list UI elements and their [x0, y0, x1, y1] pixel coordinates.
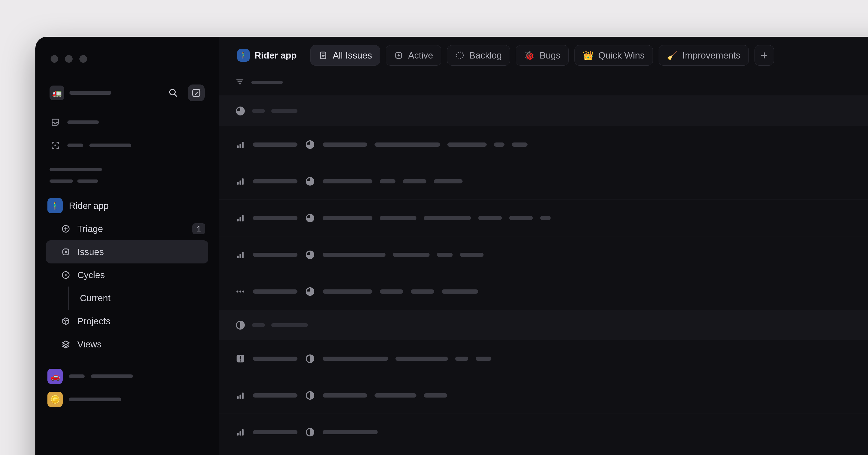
issue-tag-placeholder [424, 393, 447, 398]
issue-id-placeholder [253, 393, 298, 398]
issue-row[interactable] [219, 377, 868, 414]
issues-icon [61, 247, 71, 257]
workspace-icon: 🚛 [50, 86, 64, 100]
tab-bugs-label: Bugs [539, 50, 561, 61]
sidebar-myissues[interactable] [46, 134, 208, 157]
sidebar-item-issues[interactable]: Issues [46, 240, 208, 263]
sidebar-inbox[interactable] [46, 111, 208, 134]
status-todo-icon [235, 320, 246, 330]
tab-all-issues[interactable]: All Issues [310, 45, 380, 65]
group-header-2[interactable] [219, 310, 868, 340]
team-icon: 🚶‍♂️ [48, 198, 63, 213]
tab-add-view[interactable] [754, 45, 774, 65]
issue-tag-placeholder [437, 253, 453, 257]
priority-high-icon [235, 390, 246, 401]
issue-title-placeholder [322, 289, 372, 294]
issue-row[interactable] [219, 414, 868, 451]
sidebar-cycles-label: Cycles [77, 270, 105, 280]
issue-id-placeholder [253, 179, 298, 183]
issue-title-placeholder [322, 142, 367, 147]
team-rider-app[interactable]: 🚶‍♂️ Rider app [46, 194, 208, 217]
filter-bar [219, 73, 868, 96]
status-icon [305, 213, 315, 223]
priority-high-icon [235, 176, 246, 187]
tab-backlog[interactable]: Backlog [447, 45, 510, 65]
tab-improvements[interactable]: 🧹 Improvements [659, 45, 749, 65]
inbox-label-placeholder [67, 120, 99, 124]
focus-icon [50, 140, 61, 151]
projects-icon [61, 316, 71, 326]
sidebar-views-label: Views [77, 339, 102, 349]
team-label: Rider app [69, 200, 109, 211]
team-placeholder-1[interactable]: 🚗 [46, 365, 208, 388]
priority-high-icon [235, 427, 246, 437]
tab-backlog-label: Backlog [469, 50, 502, 61]
issue-row[interactable] [219, 340, 868, 377]
sidebar-item-views[interactable]: Views [46, 333, 208, 356]
tab-team-breadcrumb[interactable]: 🚶‍♂️ Rider app [235, 45, 305, 65]
sidebar-current-label: Current [80, 293, 111, 303]
issue-tag-placeholder [512, 142, 528, 147]
issue-tag-placeholder [396, 357, 448, 361]
sidebar-item-projects[interactable]: Projects [46, 310, 208, 333]
issue-row[interactable] [219, 163, 868, 200]
issue-row[interactable] [219, 236, 868, 273]
tab-team-label: Rider app [254, 50, 297, 61]
tab-active[interactable]: Active [386, 45, 441, 65]
sidebar-item-cycles[interactable]: Cycles [46, 263, 208, 287]
priority-high-icon [235, 213, 246, 223]
priority-urgent-icon [235, 353, 246, 364]
issue-tag-placeholder [476, 357, 491, 361]
views-icon [61, 339, 71, 349]
plus-icon [760, 51, 769, 60]
issue-row[interactable] [219, 126, 868, 163]
issue-row[interactable] [219, 273, 868, 310]
issue-id-placeholder [253, 216, 298, 220]
status-icon [305, 139, 315, 150]
issue-id-placeholder [253, 253, 298, 257]
sidebar: 🚛 🚶‍♂️ [35, 37, 219, 455]
tab-bugs[interactable]: 🐞 Bugs [516, 45, 569, 65]
issue-tag-placeholder [411, 289, 434, 294]
search-button[interactable] [165, 85, 182, 101]
tab-quick-wins[interactable]: 👑 Quick Wins [575, 45, 653, 65]
priority-high-icon [235, 139, 246, 150]
triage-badge: 1 [192, 223, 205, 234]
compose-button[interactable] [188, 85, 205, 101]
issue-id-placeholder [253, 289, 298, 294]
section-label-placeholder [50, 168, 102, 171]
group-count-placeholder [271, 323, 308, 327]
sidebar-subitem-current[interactable]: Current [46, 287, 208, 310]
improvement-icon: 🧹 [667, 50, 678, 61]
section-label-placeholder-3 [77, 179, 98, 182]
sidebar-issues-label: Issues [77, 247, 104, 257]
group-label-placeholder [252, 109, 265, 113]
issue-row[interactable] [219, 200, 868, 236]
issue-tag-placeholder [509, 216, 533, 220]
issue-list [219, 96, 868, 455]
priority-high-icon [235, 250, 246, 260]
issue-tag-placeholder [540, 216, 551, 220]
issue-tag-placeholder [442, 289, 478, 294]
group-header-1[interactable] [219, 96, 868, 126]
sidebar-item-triage[interactable]: Triage 1 [46, 217, 208, 240]
tab-quickwins-label: Quick Wins [598, 50, 645, 61]
issue-title-placeholder [322, 357, 388, 361]
team-icon-tab: 🚶‍♂️ [237, 49, 250, 62]
issue-tag-placeholder [374, 393, 416, 398]
active-icon [394, 51, 403, 60]
issue-tag-placeholder [478, 216, 502, 220]
workspace-switcher[interactable]: 🚛 [46, 81, 208, 105]
issue-tag-placeholder [494, 142, 504, 147]
myissues-label-placeholder [67, 144, 83, 147]
workspace-name-placeholder [69, 91, 112, 95]
issue-title-placeholder [322, 253, 385, 257]
issue-tag-placeholder [460, 253, 484, 257]
team-placeholder-2[interactable]: 🪙 [46, 388, 208, 411]
status-icon [305, 353, 315, 364]
filter-icon[interactable] [235, 77, 245, 88]
tab-all-label: All Issues [333, 50, 372, 61]
team3-name-placeholder [69, 398, 121, 401]
inbox-icon [50, 116, 61, 128]
team2-name-placeholder [69, 374, 85, 378]
